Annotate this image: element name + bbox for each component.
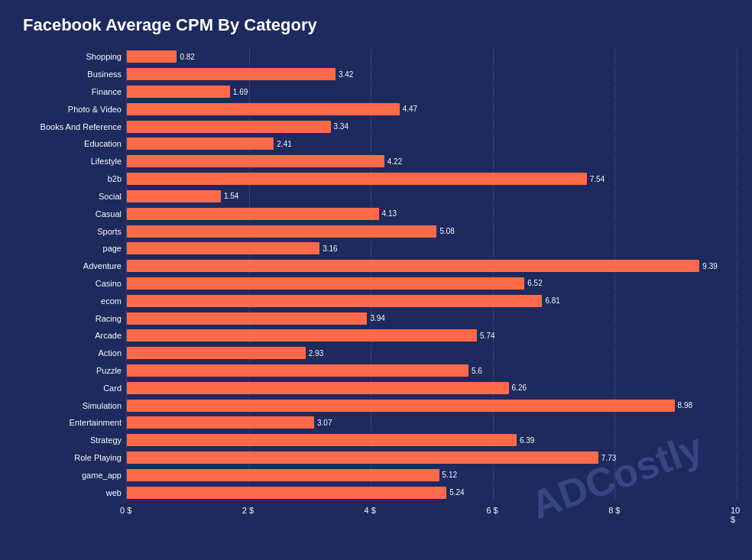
- bar-row: Action2.93: [15, 345, 737, 361]
- grid-line: [614, 484, 615, 500]
- grid-line: [737, 66, 737, 83]
- bar: [127, 382, 509, 394]
- bar-row: game_app5.12: [15, 468, 737, 484]
- grid-line: [371, 241, 371, 257]
- grid-line: [737, 432, 737, 448]
- bar-value-label: 5.24: [449, 488, 464, 497]
- grid-line: [614, 345, 615, 361]
- bar: [127, 103, 400, 115]
- bar-wrapper: 8.98: [126, 397, 737, 413]
- grid-line: [737, 310, 737, 326]
- bar-value-label: 8.98: [678, 401, 692, 409]
- bar-wrapper: 5.6: [126, 363, 737, 379]
- bar-value-label: 6.81: [545, 296, 559, 305]
- category-label: Action: [15, 348, 126, 358]
- grid-line: [737, 415, 737, 431]
- category-label: Racing: [15, 314, 126, 323]
- grid-line: [493, 241, 494, 257]
- bar: [127, 173, 587, 185]
- bar-row: Adventure9.39: [15, 258, 737, 274]
- bar-wrapper: 2.41: [126, 136, 737, 152]
- bar-wrapper: 3.16: [126, 241, 737, 257]
- bar-row: Racing3.94: [15, 310, 737, 326]
- bar-value-label: 3.07: [317, 419, 332, 427]
- grid-line: [614, 189, 615, 205]
- grid-line: [737, 484, 737, 500]
- bar-row: Simulation8.98: [15, 397, 737, 413]
- bar-wrapper: 6.52: [126, 276, 737, 292]
- bar: [127, 260, 699, 272]
- bar-row: Education2.41: [15, 136, 737, 152]
- bar: [127, 416, 314, 429]
- bar-value-label: 5.12: [442, 471, 457, 479]
- grid-line: [493, 154, 494, 170]
- grid-line: [371, 189, 371, 205]
- grid-line: [737, 118, 737, 134]
- category-label: Strategy: [15, 435, 126, 445]
- bar-value-label: 3.16: [323, 244, 337, 253]
- grid-line: [614, 468, 615, 484]
- grid-line: [737, 468, 737, 484]
- bar-value-label: 4.22: [387, 157, 402, 166]
- grid-line: [737, 136, 737, 152]
- bar-value-label: 0.82: [180, 53, 194, 61]
- grid-line: [493, 189, 494, 205]
- bar-wrapper: 1.69: [126, 84, 737, 100]
- bar: [127, 208, 379, 220]
- grid-line: [614, 49, 615, 65]
- grid-line: [614, 154, 615, 170]
- bar-wrapper: 5.08: [126, 223, 737, 239]
- grid-line: [614, 380, 615, 396]
- bar-row: page3.16: [15, 241, 737, 257]
- bar-row: b2b7.54: [15, 171, 737, 187]
- grid-line: [371, 118, 371, 134]
- grid-line: [493, 484, 494, 500]
- bar-value-label: 4.13: [382, 209, 397, 218]
- bar-wrapper: 7.73: [126, 450, 737, 466]
- category-label: Adventure: [15, 261, 126, 270]
- bar-wrapper: 3.42: [126, 66, 737, 83]
- grid-line: [737, 171, 737, 187]
- grid-line: [371, 66, 371, 83]
- category-label: Books And Reference: [15, 122, 126, 131]
- bar-value-label: 6.39: [520, 436, 534, 445]
- grid-line: [493, 223, 494, 239]
- grid-line: [493, 363, 494, 379]
- bar-row: Role Playing7.73: [15, 450, 737, 466]
- grid-line: [614, 432, 615, 448]
- bar: [127, 400, 675, 412]
- bar-row: Sports5.08: [15, 223, 737, 239]
- category-label: Education: [15, 139, 126, 148]
- bar: [127, 364, 468, 377]
- grid-line: [493, 415, 494, 431]
- bar-value-label: 4.47: [403, 105, 417, 113]
- bar-value-label: 6.26: [512, 384, 527, 392]
- grid-line: [614, 276, 615, 292]
- grid-line: [737, 84, 737, 100]
- grid-line: [614, 118, 615, 134]
- bar-row: ecom6.81: [15, 293, 737, 309]
- grid-line: [493, 66, 494, 83]
- grid-line: [614, 101, 615, 117]
- chart-container: Facebook Average CPM By Category Shoppin…: [0, 0, 752, 560]
- bar-wrapper: 5.24: [126, 484, 737, 500]
- category-label: Sports: [15, 227, 126, 236]
- category-label: Card: [15, 384, 126, 393]
- bar-value-label: 1.69: [233, 88, 248, 96]
- bar-row: web5.24: [15, 484, 737, 500]
- bar-wrapper: 5.74: [126, 328, 737, 344]
- bar-value-label: 7.54: [590, 175, 605, 183]
- grid-line: [371, 345, 371, 361]
- grid-line: [493, 468, 494, 484]
- category-label: b2b: [15, 174, 126, 183]
- grid-line: [249, 189, 250, 205]
- grid-line: [493, 328, 494, 344]
- grid-line: [737, 241, 737, 257]
- x-tick-label: 6 $: [486, 506, 498, 515]
- bar-wrapper: 3.34: [126, 118, 737, 134]
- grid-line: [737, 293, 737, 309]
- bar: [127, 295, 542, 307]
- x-tick-label: 8 $: [608, 506, 620, 515]
- chart-area: Shopping0.82Business3.42Finance1.69Photo…: [15, 49, 737, 521]
- bar: [127, 242, 319, 254]
